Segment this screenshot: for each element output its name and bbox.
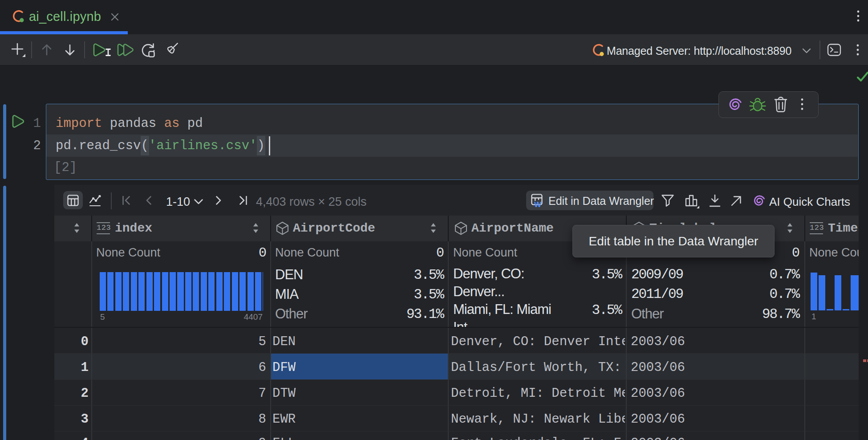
svg-text:W: W: [534, 200, 542, 207]
